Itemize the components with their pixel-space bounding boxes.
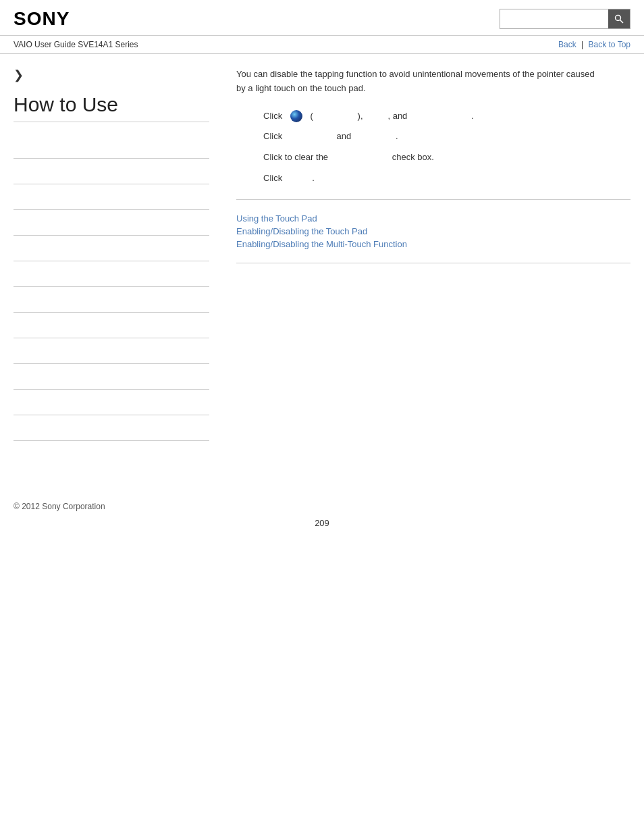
content-area: You can disable the tapping function to … [223, 54, 630, 454]
sidebar-nav-item-6[interactable] [14, 261, 209, 287]
steps-list: Click ( ), , and . Click [263, 109, 630, 186]
step1-dot: . [471, 109, 474, 124]
intro-line2: by a light touch on the touch pad. [236, 83, 366, 93]
sidebar-nav-item-8[interactable] [14, 313, 209, 338]
nav-separator: | [581, 40, 583, 49]
step1-and: , and [387, 109, 407, 124]
link-enabling-disabling-multi-touch[interactable]: Enabling/Disabling the Multi-Touch Funct… [236, 239, 630, 249]
breadcrumb: VAIO User Guide SVE14A1 Series [14, 40, 138, 49]
search-input[interactable] [500, 9, 608, 28]
step2-and: and [336, 130, 351, 144]
content-intro: You can disable the tapping function to … [236, 68, 630, 96]
nav-bar: VAIO User Guide SVE14A1 Series Back | Ba… [0, 36, 644, 54]
step1-prefix: Click [263, 109, 282, 124]
sidebar-nav-item-12[interactable] [14, 415, 209, 441]
intro-line1: You can disable the tapping function to … [236, 69, 595, 79]
main-content: ❯ How to Use You can disable the tapping… [0, 54, 644, 454]
step3-prefix: Click to clear the [263, 151, 328, 165]
step-item-1: Click ( ), , and . [263, 109, 630, 124]
link-using-touch-pad[interactable]: Using the Touch Pad [236, 213, 630, 224]
links-section: Using the Touch Pad Enabling/Disabling t… [236, 213, 630, 249]
step-item-4: Click . [263, 172, 630, 186]
step2-prefix: Click [263, 130, 282, 144]
sidebar-nav-item-3[interactable] [14, 184, 209, 210]
search-container [500, 9, 630, 29]
back-link[interactable]: Back [558, 40, 576, 49]
step4-prefix: Click [263, 172, 282, 186]
windows-icon [290, 110, 302, 122]
sidebar: ❯ How to Use [14, 54, 223, 454]
sidebar-nav-item-7[interactable] [14, 287, 209, 313]
step3-checkbox: check box. [392, 151, 434, 165]
sidebar-nav-item-10[interactable] [14, 364, 209, 390]
step4-dot: . [312, 172, 315, 186]
content-divider-1 [236, 199, 630, 200]
link-enabling-disabling-touch-pad[interactable]: Enabling/Disabling the Touch Pad [236, 226, 630, 236]
page-number: 209 [315, 518, 329, 528]
search-icon [614, 14, 624, 24]
svg-point-0 [616, 16, 621, 21]
step1-suffix1: ), [358, 109, 363, 124]
content-divider-2 [236, 263, 630, 263]
sidebar-nav-item-9[interactable] [14, 338, 209, 364]
page-header: SONY [0, 0, 644, 36]
search-button[interactable] [608, 9, 630, 28]
sidebar-title: How to Use [14, 93, 209, 122]
sony-logo: SONY [14, 8, 70, 30]
sidebar-nav-item-1[interactable] [14, 133, 209, 159]
page-footer: © 2012 Sony Corporation 209 [0, 454, 644, 535]
sidebar-nav-item-4[interactable] [14, 210, 209, 236]
sidebar-arrow: ❯ [14, 68, 209, 82]
step1-paren: ( [310, 109, 313, 124]
svg-line-1 [620, 20, 624, 24]
sidebar-nav-item-2[interactable] [14, 159, 209, 184]
copyright-text: © 2012 Sony Corporation [14, 502, 630, 511]
step-item-3: Click to clear the check box. [263, 151, 630, 165]
sidebar-nav-item-5[interactable] [14, 236, 209, 261]
nav-links: Back | Back to Top [558, 40, 630, 49]
back-to-top-link[interactable]: Back to Top [589, 40, 630, 49]
step2-dot: . [396, 130, 398, 144]
sidebar-nav-item-11[interactable] [14, 390, 209, 415]
step-item-2: Click and . [263, 130, 630, 144]
